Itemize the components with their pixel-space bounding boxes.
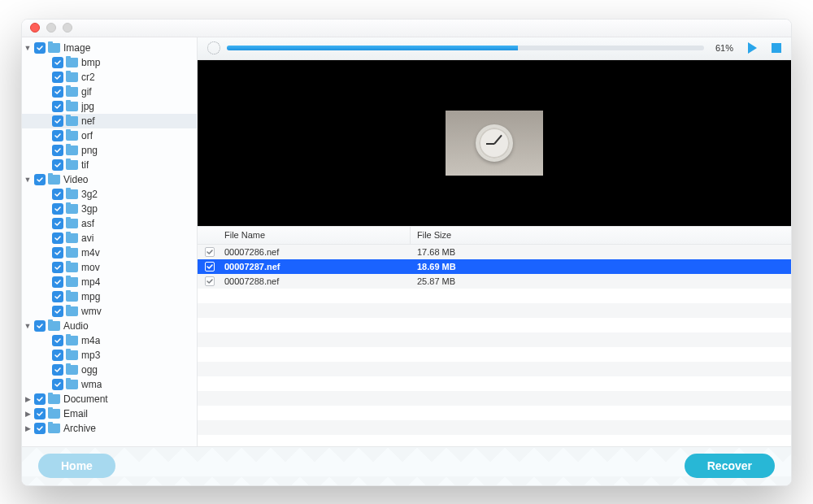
tree-checkbox[interactable] bbox=[52, 379, 63, 390]
tree-checkbox[interactable] bbox=[52, 189, 63, 200]
tree-checkbox[interactable] bbox=[52, 291, 63, 302]
window-zoom-button[interactable] bbox=[63, 23, 72, 33]
tree-node-m4a[interactable]: ▶m4a bbox=[22, 333, 197, 348]
tree-node-label: nef bbox=[81, 115, 95, 127]
tree-checkbox[interactable] bbox=[52, 262, 63, 273]
row-checkbox[interactable] bbox=[205, 262, 215, 272]
tree-checkbox[interactable] bbox=[52, 232, 63, 244]
tree-checkbox[interactable] bbox=[52, 350, 63, 361]
folder-icon bbox=[66, 350, 78, 360]
tree-node-mp3[interactable]: ▶mp3 bbox=[22, 348, 197, 363]
disclosure-triangle-icon[interactable]: ▶ bbox=[24, 424, 32, 432]
tree-node-wma[interactable]: ▶wma bbox=[22, 377, 197, 392]
tree-node-image[interactable]: ▼Image bbox=[22, 41, 197, 55]
tree-node-jpg[interactable]: ▶jpg bbox=[22, 99, 197, 114]
tree-node-wmv[interactable]: ▶wmv bbox=[22, 304, 197, 319]
tree-checkbox[interactable] bbox=[34, 423, 46, 434]
folder-icon bbox=[66, 248, 78, 258]
tree-node-nef[interactable]: ▶nef bbox=[22, 114, 197, 128]
tree-node-label: jpg bbox=[81, 101, 94, 112]
disclosure-triangle-icon[interactable]: ▶ bbox=[24, 410, 32, 418]
tree-node-label: Video bbox=[63, 174, 88, 185]
tree-checkbox[interactable] bbox=[34, 320, 46, 332]
tree-checkbox[interactable] bbox=[34, 408, 46, 419]
table-row[interactable]: 00007287.nef18.69 MB bbox=[198, 259, 791, 274]
folder-icon bbox=[66, 380, 78, 389]
tree-node-3gp[interactable]: ▶3gp bbox=[22, 202, 197, 216]
tree-checkbox[interactable] bbox=[52, 101, 63, 112]
tree-node-mpg[interactable]: ▶mpg bbox=[22, 289, 197, 304]
column-header-size[interactable]: File Size bbox=[411, 227, 791, 244]
main-panel: 61% File Name bbox=[198, 37, 791, 446]
tree-checkbox[interactable] bbox=[52, 159, 63, 171]
tree-node-label: asf bbox=[81, 218, 94, 229]
tree-node-email[interactable]: ▶Email bbox=[22, 406, 197, 421]
category-sidebar[interactable]: ▼Image▶bmp▶cr2▶gif▶jpg▶nef▶orf▶png▶tif▼V… bbox=[22, 37, 198, 446]
table-row[interactable]: 00007288.nef25.87 MB bbox=[198, 274, 791, 289]
tree-node-label: wmv bbox=[81, 306, 102, 317]
preview-pane bbox=[198, 60, 791, 227]
tree-checkbox[interactable] bbox=[34, 174, 46, 185]
tree-node-gif[interactable]: ▶gif bbox=[22, 85, 197, 99]
tree-node-bmp[interactable]: ▶bmp bbox=[22, 55, 197, 70]
progress-percent: 61% bbox=[711, 43, 733, 53]
folder-icon bbox=[66, 116, 78, 126]
tree-node-audio[interactable]: ▼Audio bbox=[22, 319, 197, 333]
tree-node-label: m4v bbox=[81, 247, 100, 259]
tree-node-label: mpg bbox=[81, 291, 100, 302]
tree-checkbox[interactable] bbox=[52, 86, 63, 98]
tree-checkbox[interactable] bbox=[52, 306, 63, 317]
tree-node-tif[interactable]: ▶tif bbox=[22, 158, 197, 172]
tree-node-video[interactable]: ▼Video bbox=[22, 172, 197, 187]
tree-node-orf[interactable]: ▶orf bbox=[22, 128, 197, 143]
tree-checkbox[interactable] bbox=[52, 218, 63, 229]
tree-checkbox[interactable] bbox=[52, 364, 63, 376]
disclosure-triangle-icon[interactable]: ▼ bbox=[24, 176, 32, 184]
tree-checkbox[interactable] bbox=[52, 203, 63, 215]
tree-checkbox[interactable] bbox=[34, 393, 46, 405]
disclosure-triangle-icon[interactable]: ▼ bbox=[24, 44, 32, 52]
tree-node-3g2[interactable]: ▶3g2 bbox=[22, 187, 197, 202]
recover-button[interactable]: Recover bbox=[685, 454, 775, 478]
window-close-button[interactable] bbox=[30, 23, 40, 33]
row-checkbox[interactable] bbox=[205, 247, 215, 257]
tree-checkbox[interactable] bbox=[52, 115, 63, 127]
resume-scan-button[interactable] bbox=[748, 42, 757, 54]
tree-checkbox[interactable] bbox=[52, 247, 63, 259]
tree-node-archive[interactable]: ▶Archive bbox=[22, 421, 197, 436]
tree-node-asf[interactable]: ▶asf bbox=[22, 216, 197, 231]
tree-checkbox[interactable] bbox=[52, 72, 63, 83]
tree-node-document[interactable]: ▶Document bbox=[22, 392, 197, 406]
tree-node-label: avi bbox=[81, 232, 93, 244]
disclosure-triangle-icon[interactable]: ▶ bbox=[24, 395, 32, 403]
folder-icon bbox=[66, 87, 78, 97]
row-checkbox[interactable] bbox=[205, 276, 215, 286]
tree-node-avi[interactable]: ▶avi bbox=[22, 231, 197, 245]
home-button[interactable]: Home bbox=[38, 454, 115, 478]
tree-checkbox[interactable] bbox=[52, 276, 63, 288]
tree-node-mp4[interactable]: ▶mp4 bbox=[22, 275, 197, 289]
tree-node-cr2[interactable]: ▶cr2 bbox=[22, 70, 197, 85]
folder-icon bbox=[66, 219, 78, 228]
tree-node-ogg[interactable]: ▶ogg bbox=[22, 363, 197, 377]
tree-node-label: Document bbox=[63, 393, 108, 405]
clock-icon bbox=[476, 124, 513, 162]
tree-node-mov[interactable]: ▶mov bbox=[22, 260, 197, 275]
window-minimize-button[interactable] bbox=[46, 23, 56, 33]
column-header-name[interactable]: File Name bbox=[222, 227, 411, 244]
tree-node-label: Audio bbox=[63, 320, 89, 332]
disclosure-triangle-icon[interactable]: ▼ bbox=[24, 322, 32, 330]
scan-progress-toolbar: 61% bbox=[198, 37, 791, 60]
tree-node-m4v[interactable]: ▶m4v bbox=[22, 245, 197, 260]
tree-checkbox[interactable] bbox=[52, 145, 63, 156]
tree-checkbox[interactable] bbox=[52, 130, 63, 141]
tree-checkbox[interactable] bbox=[52, 57, 63, 68]
row-file-name: 00007287.nef bbox=[222, 262, 411, 272]
tree-checkbox[interactable] bbox=[52, 335, 63, 346]
table-row[interactable]: 00007286.nef17.68 MB bbox=[198, 245, 791, 259]
folder-icon bbox=[48, 424, 60, 433]
file-list[interactable]: File Name File Size 00007286.nef17.68 MB… bbox=[198, 227, 791, 446]
tree-checkbox[interactable] bbox=[34, 42, 46, 54]
stop-scan-button[interactable] bbox=[772, 43, 781, 53]
tree-node-png[interactable]: ▶png bbox=[22, 143, 197, 158]
